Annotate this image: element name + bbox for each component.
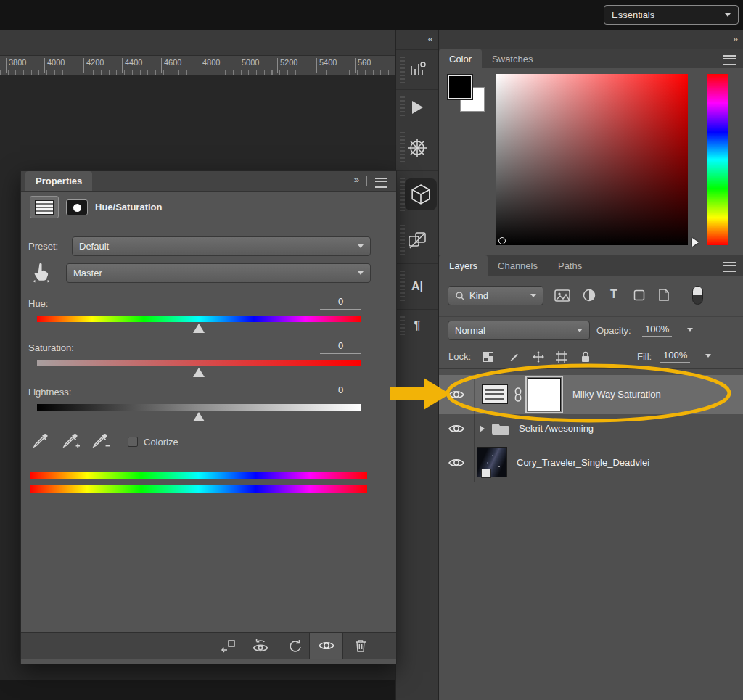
cube-icon — [411, 184, 430, 205]
hue-slider-indicator[interactable] — [692, 238, 699, 247]
hue-ramp-after — [30, 485, 367, 493]
saturation-brightness-field[interactable] — [496, 74, 688, 245]
layer-filter-row: Kind T — [439, 276, 743, 317]
fill-value[interactable]: 100% — [660, 350, 690, 363]
filter-type-layers-button[interactable]: T — [610, 288, 617, 301]
hue-slider-handle[interactable] — [193, 324, 205, 333]
chevron-down-icon — [530, 294, 536, 297]
saturation-slider-track[interactable] — [37, 360, 361, 366]
properties-toolbar — [21, 632, 396, 659]
layer-row-cory-traveler[interactable]: Cory_Traveler_Single_Deadvlei — [439, 443, 743, 482]
toggle-visibility-button[interactable] — [309, 633, 343, 659]
preset-dropdown[interactable]: Default — [72, 236, 371, 256]
image-icon — [554, 289, 570, 302]
panel-button-navigator[interactable] — [396, 125, 438, 171]
foreground-color-swatch[interactable] — [448, 75, 472, 99]
blend-mode-dropdown[interactable]: Normal — [448, 321, 590, 340]
panel-button-clone-source[interactable] — [396, 218, 438, 264]
eye-icon — [319, 641, 334, 651]
reset-button[interactable] — [282, 633, 307, 659]
filter-kind-dropdown[interactable]: Kind — [448, 286, 543, 305]
saturation-slider-handle[interactable] — [193, 368, 205, 377]
clip-to-layer-button[interactable] — [215, 633, 240, 659]
hue-saturation-icon — [35, 200, 54, 215]
hue-slider-track[interactable] — [37, 316, 361, 322]
filter-toggle-switch[interactable] — [692, 286, 703, 305]
shape-icon — [633, 289, 645, 301]
saturation-label: Saturation: — [28, 342, 74, 353]
lightness-label: Lightness: — [28, 387, 71, 398]
eyedropper-icon — [33, 432, 50, 450]
color-field-cursor[interactable] — [498, 237, 506, 244]
eyedropper-sample-button[interactable] — [33, 432, 50, 453]
group-disclosure-triangle[interactable] — [480, 425, 485, 432]
lock-transparency-button[interactable] — [483, 351, 494, 366]
layer-mask-thumbnail[interactable] — [528, 378, 561, 411]
panel-button-character[interactable]: A| — [396, 264, 438, 310]
panel-button-actions[interactable] — [396, 90, 438, 125]
colorize-checkbox[interactable] — [128, 437, 138, 447]
filter-smart-objects-button[interactable] — [659, 289, 669, 304]
targeted-adjustment-tool[interactable] — [31, 262, 52, 287]
fill-chevron-icon[interactable] — [705, 354, 711, 358]
tab-swatches[interactable]: Swatches — [482, 49, 543, 68]
panel-button-histogram[interactable] — [396, 50, 438, 90]
panel-button-3d[interactable] — [396, 171, 438, 218]
tab-color[interactable]: Color — [439, 49, 482, 68]
visibility-cell[interactable] — [439, 443, 475, 482]
tab-layers[interactable]: Layers — [439, 255, 488, 276]
eyedropper-add-button[interactable] — [62, 432, 80, 453]
lightness-slider-handle[interactable] — [193, 412, 205, 421]
visibility-cell[interactable] — [439, 414, 475, 443]
eyedropper-subtract-button[interactable] — [92, 432, 110, 453]
tab-paths[interactable]: Paths — [548, 255, 592, 276]
collapse-dock-button[interactable]: » — [733, 33, 737, 44]
eyedropper-plus-icon — [62, 432, 80, 450]
view-previous-state-button[interactable] — [247, 633, 274, 659]
panel-menu-icon[interactable] — [723, 55, 736, 65]
opacity-chevron-icon[interactable] — [687, 328, 693, 332]
channel-dropdown[interactable]: Master — [66, 263, 371, 283]
filter-shape-layers-button[interactable] — [633, 289, 645, 304]
hue-ramp-slider[interactable] — [707, 74, 728, 245]
adjustment-title: Hue/Saturation — [95, 202, 162, 213]
lock-image-button[interactable] — [508, 351, 520, 366]
blend-opacity-row: Normal Opacity: 100% — [439, 317, 743, 346]
panel-menu-icon[interactable] — [375, 178, 387, 188]
workspace-selector[interactable]: Essentials — [604, 5, 739, 25]
tab-properties[interactable]: Properties — [25, 171, 92, 191]
chevron-down-icon — [358, 271, 364, 275]
hue-ramp-before — [30, 472, 367, 479]
collapse-panel-button[interactable]: » — [354, 174, 358, 185]
mask-badge-icon[interactable] — [66, 199, 88, 215]
layer-row-sekrit-awesoming[interactable]: Sekrit Awesoming — [439, 414, 743, 444]
properties-header: Properties » — [21, 171, 396, 192]
lightness-slider-track[interactable] — [37, 404, 361, 411]
adjustment-layer-thumbnail[interactable] — [482, 384, 508, 404]
lock-all-button[interactable] — [580, 350, 591, 366]
document-header-area — [0, 30, 395, 55]
filter-pixel-layers-button[interactable] — [554, 289, 570, 305]
mask-link-icon[interactable] — [514, 387, 522, 405]
hue-value[interactable]: 0 — [320, 296, 361, 310]
tab-channels[interactable]: Channels — [488, 255, 548, 276]
layer-row-milky-way-saturation[interactable]: Milky Way Saturation — [439, 375, 743, 415]
lightness-value[interactable]: 0 — [320, 384, 361, 398]
panel-button-paragraph[interactable]: ¶ — [396, 310, 438, 342]
lock-artboard-button[interactable] — [556, 351, 567, 366]
visibility-cell[interactable] — [439, 375, 475, 414]
character-panel-icon: A| — [411, 280, 423, 293]
delete-adjustment-button[interactable] — [349, 633, 372, 659]
filter-adjustment-layers-button[interactable] — [583, 289, 596, 305]
saturation-value[interactable]: 0 — [320, 340, 361, 354]
opacity-value[interactable]: 100% — [642, 324, 672, 337]
layer-image-thumbnail[interactable] — [477, 447, 507, 477]
type-icon: T — [610, 288, 617, 300]
reset-arrow-icon — [287, 639, 302, 653]
collapse-panels-button[interactable]: « — [428, 33, 432, 44]
lock-position-button[interactable] — [533, 351, 544, 366]
panel-menu-icon[interactable] — [723, 262, 736, 272]
ruler-minor-ticks — [0, 70, 395, 75]
eyedropper-minus-icon — [92, 432, 110, 450]
pointing-hand-icon — [31, 262, 52, 284]
